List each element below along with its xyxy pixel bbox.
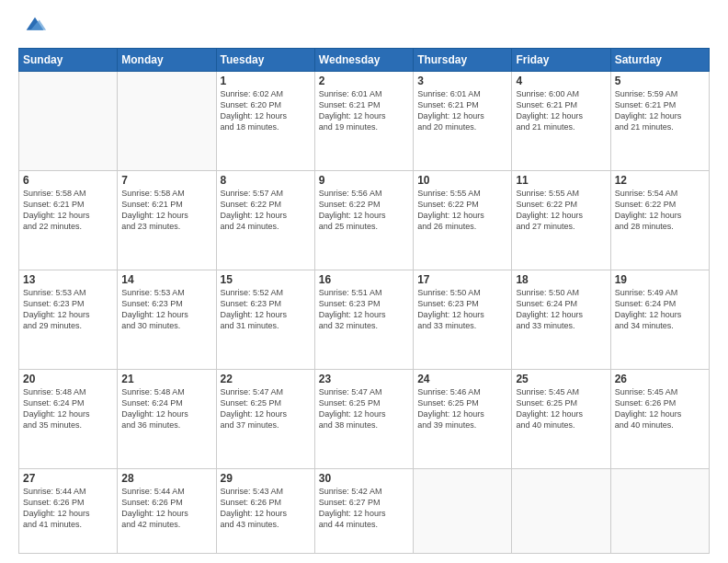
day-number: 12: [615, 174, 705, 187]
week-row-5: 27Sunrise: 5:44 AM Sunset: 6:26 PM Dayli…: [19, 468, 710, 553]
day-info: Sunrise: 6:02 AM Sunset: 6:20 PM Dayligh…: [221, 88, 311, 133]
calendar-cell: [610, 468, 709, 553]
calendar-cell: [512, 468, 610, 553]
day-info: Sunrise: 5:55 AM Sunset: 6:22 PM Dayligh…: [417, 188, 507, 233]
day-number: 23: [319, 373, 409, 385]
day-info: Sunrise: 5:51 AM Sunset: 6:23 PM Dayligh…: [319, 287, 409, 332]
day-number: 11: [516, 174, 606, 187]
week-row-1: 1Sunrise: 6:02 AM Sunset: 6:20 PM Daylig…: [19, 72, 710, 171]
day-info: Sunrise: 5:45 AM Sunset: 6:25 PM Dayligh…: [516, 386, 606, 431]
calendar-cell: 22Sunrise: 5:47 AM Sunset: 6:25 PM Dayli…: [216, 369, 314, 468]
weekday-header-row: SundayMondayTuesdayWednesdayThursdayFrid…: [19, 49, 710, 72]
calendar-cell: 13Sunrise: 5:53 AM Sunset: 6:23 PM Dayli…: [19, 270, 118, 369]
calendar-cell: 6Sunrise: 5:58 AM Sunset: 6:21 PM Daylig…: [19, 170, 118, 270]
day-info: Sunrise: 5:50 AM Sunset: 6:24 PM Dayligh…: [516, 287, 606, 332]
day-number: 14: [121, 273, 211, 286]
calendar-cell: 18Sunrise: 5:50 AM Sunset: 6:24 PM Dayli…: [512, 270, 610, 369]
day-info: Sunrise: 5:49 AM Sunset: 6:24 PM Dayligh…: [615, 287, 705, 332]
calendar-cell: [19, 72, 118, 171]
day-info: Sunrise: 5:44 AM Sunset: 6:26 PM Dayligh…: [23, 486, 113, 531]
calendar-cell: 3Sunrise: 6:01 AM Sunset: 6:21 PM Daylig…: [414, 72, 512, 171]
day-number: 20: [23, 373, 113, 385]
calendar-cell: 28Sunrise: 5:44 AM Sunset: 6:26 PM Dayli…: [118, 468, 216, 553]
weekday-header-sunday: Sunday: [19, 49, 118, 72]
day-info: Sunrise: 6:01 AM Sunset: 6:21 PM Dayligh…: [319, 88, 409, 133]
calendar-cell: 30Sunrise: 5:42 AM Sunset: 6:27 PM Dayli…: [314, 468, 413, 553]
day-info: Sunrise: 5:47 AM Sunset: 6:25 PM Dayligh…: [221, 386, 311, 431]
calendar-cell: 9Sunrise: 5:56 AM Sunset: 6:22 PM Daylig…: [314, 170, 413, 270]
logo-icon: [22, 13, 48, 39]
calendar-cell: 26Sunrise: 5:45 AM Sunset: 6:26 PM Dayli…: [610, 369, 709, 468]
day-info: Sunrise: 5:47 AM Sunset: 6:25 PM Dayligh…: [319, 386, 409, 431]
day-number: 16: [319, 273, 409, 286]
calendar-cell: 24Sunrise: 5:46 AM Sunset: 6:25 PM Dayli…: [414, 369, 512, 468]
day-number: 3: [417, 75, 507, 87]
calendar-cell: 8Sunrise: 5:57 AM Sunset: 6:22 PM Daylig…: [216, 170, 314, 270]
day-info: Sunrise: 6:01 AM Sunset: 6:21 PM Dayligh…: [417, 88, 507, 133]
calendar-cell: 4Sunrise: 6:00 AM Sunset: 6:21 PM Daylig…: [512, 72, 610, 171]
logo: [18, 17, 48, 39]
calendar-cell: 27Sunrise: 5:44 AM Sunset: 6:26 PM Dayli…: [19, 468, 118, 553]
day-number: 21: [121, 373, 211, 385]
day-info: Sunrise: 5:53 AM Sunset: 6:23 PM Dayligh…: [23, 287, 113, 332]
day-info: Sunrise: 5:57 AM Sunset: 6:22 PM Dayligh…: [221, 188, 311, 233]
day-info: Sunrise: 5:58 AM Sunset: 6:21 PM Dayligh…: [23, 188, 113, 233]
calendar-cell: 20Sunrise: 5:48 AM Sunset: 6:24 PM Dayli…: [19, 369, 118, 468]
day-info: Sunrise: 5:55 AM Sunset: 6:22 PM Dayligh…: [516, 188, 606, 233]
day-info: Sunrise: 5:45 AM Sunset: 6:26 PM Dayligh…: [615, 386, 705, 431]
day-number: 24: [417, 373, 507, 385]
calendar-cell: 5Sunrise: 5:59 AM Sunset: 6:21 PM Daylig…: [610, 72, 709, 171]
day-number: 7: [121, 174, 211, 187]
day-number: 18: [516, 273, 606, 286]
day-number: 29: [221, 472, 311, 485]
calendar-cell: 19Sunrise: 5:49 AM Sunset: 6:24 PM Dayli…: [610, 270, 709, 369]
day-number: 1: [221, 75, 311, 87]
day-info: Sunrise: 5:43 AM Sunset: 6:26 PM Dayligh…: [221, 486, 311, 531]
weekday-header-saturday: Saturday: [610, 49, 709, 72]
calendar-cell: 29Sunrise: 5:43 AM Sunset: 6:26 PM Dayli…: [216, 468, 314, 553]
day-number: 30: [319, 472, 409, 485]
day-number: 13: [23, 273, 113, 286]
day-info: Sunrise: 6:00 AM Sunset: 6:21 PM Dayligh…: [516, 88, 606, 133]
calendar-cell: 25Sunrise: 5:45 AM Sunset: 6:25 PM Dayli…: [512, 369, 610, 468]
calendar-cell: 14Sunrise: 5:53 AM Sunset: 6:23 PM Dayli…: [118, 270, 216, 369]
day-info: Sunrise: 5:42 AM Sunset: 6:27 PM Dayligh…: [319, 486, 409, 531]
day-number: 27: [23, 472, 113, 485]
day-info: Sunrise: 5:53 AM Sunset: 6:23 PM Dayligh…: [121, 287, 211, 332]
day-number: 6: [23, 174, 113, 187]
day-info: Sunrise: 5:54 AM Sunset: 6:22 PM Dayligh…: [615, 188, 705, 233]
weekday-header-wednesday: Wednesday: [314, 49, 413, 72]
day-number: 19: [615, 273, 705, 286]
day-info: Sunrise: 5:59 AM Sunset: 6:21 PM Dayligh…: [615, 88, 705, 133]
calendar-table: SundayMondayTuesdayWednesdayThursdayFrid…: [18, 48, 710, 554]
day-number: 17: [417, 273, 507, 286]
calendar-cell: 17Sunrise: 5:50 AM Sunset: 6:23 PM Dayli…: [414, 270, 512, 369]
day-info: Sunrise: 5:52 AM Sunset: 6:23 PM Dayligh…: [221, 287, 311, 332]
calendar-cell: [118, 72, 216, 171]
calendar-cell: 23Sunrise: 5:47 AM Sunset: 6:25 PM Dayli…: [314, 369, 413, 468]
calendar-cell: 11Sunrise: 5:55 AM Sunset: 6:22 PM Dayli…: [512, 170, 610, 270]
calendar-cell: 15Sunrise: 5:52 AM Sunset: 6:23 PM Dayli…: [216, 270, 314, 369]
week-row-3: 13Sunrise: 5:53 AM Sunset: 6:23 PM Dayli…: [19, 270, 710, 369]
calendar-cell: 1Sunrise: 6:02 AM Sunset: 6:20 PM Daylig…: [216, 72, 314, 171]
calendar-cell: 16Sunrise: 5:51 AM Sunset: 6:23 PM Dayli…: [314, 270, 413, 369]
day-number: 10: [417, 174, 507, 187]
day-info: Sunrise: 5:56 AM Sunset: 6:22 PM Dayligh…: [319, 188, 409, 233]
page: SundayMondayTuesdayWednesdayThursdayFrid…: [0, 0, 728, 563]
day-number: 2: [319, 75, 409, 87]
calendar-cell: 2Sunrise: 6:01 AM Sunset: 6:21 PM Daylig…: [314, 72, 413, 171]
day-info: Sunrise: 5:46 AM Sunset: 6:25 PM Dayligh…: [417, 386, 507, 431]
day-number: 25: [516, 373, 606, 385]
day-number: 22: [221, 373, 311, 385]
calendar-cell: 10Sunrise: 5:55 AM Sunset: 6:22 PM Dayli…: [414, 170, 512, 270]
day-number: 9: [319, 174, 409, 187]
day-number: 5: [615, 75, 705, 87]
day-number: 26: [615, 373, 705, 385]
calendar-cell: 7Sunrise: 5:58 AM Sunset: 6:21 PM Daylig…: [118, 170, 216, 270]
day-info: Sunrise: 5:50 AM Sunset: 6:23 PM Dayligh…: [417, 287, 507, 332]
day-number: 8: [221, 174, 311, 187]
day-info: Sunrise: 5:58 AM Sunset: 6:21 PM Dayligh…: [121, 188, 211, 233]
weekday-header-thursday: Thursday: [414, 49, 512, 72]
weekday-header-monday: Monday: [118, 49, 216, 72]
header: [18, 17, 710, 39]
